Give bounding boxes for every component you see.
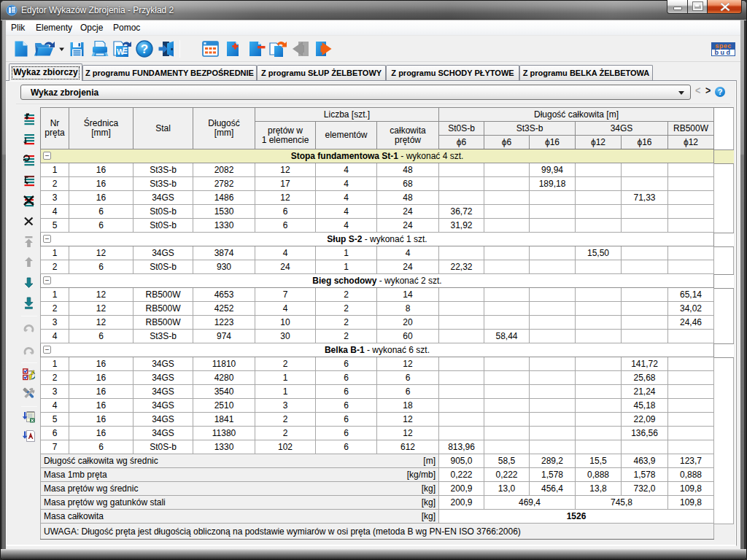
- svg-text:W: W: [117, 47, 125, 56]
- svg-text:?: ?: [141, 42, 148, 56]
